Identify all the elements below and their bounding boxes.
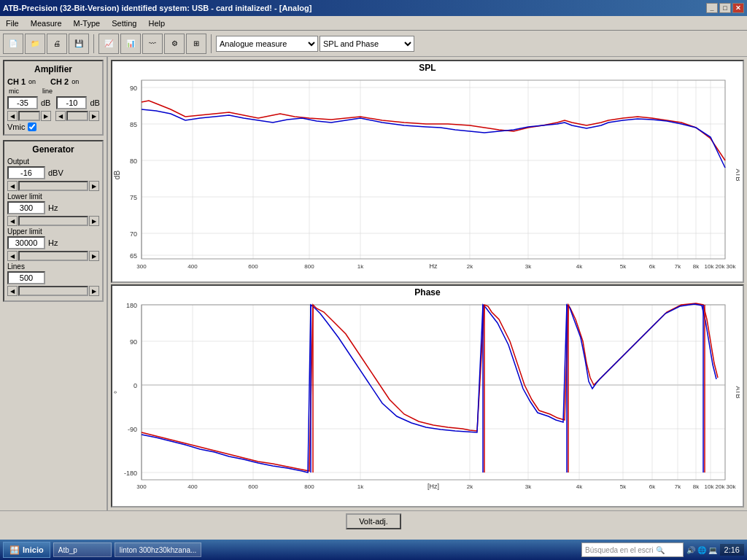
search-icon[interactable]: 🔍: [656, 546, 665, 554]
toolbar-btn-chart2[interactable]: 📊: [120, 34, 141, 54]
svg-text:800: 800: [304, 263, 314, 270]
ch-sub-row: mic line: [7, 88, 99, 95]
svg-text:7k: 7k: [675, 263, 681, 270]
menu-mtype[interactable]: M-Type: [71, 18, 104, 29]
output-unit: dBV: [48, 168, 63, 177]
lines-slider-track[interactable]: [18, 286, 88, 296]
lower-slider: ◀ ▶: [7, 216, 99, 226]
toolbar-btn-save[interactable]: 💾: [69, 34, 89, 54]
menu-help[interactable]: Help: [145, 18, 168, 29]
svg-text:70: 70: [130, 230, 137, 238]
ch2-slider-left[interactable]: ◀: [55, 111, 66, 121]
ch1-slider-right[interactable]: ▶: [41, 111, 51, 121]
svg-text:10k: 10k: [705, 263, 715, 270]
svg-text:7k: 7k: [675, 483, 681, 490]
ch1-db-input[interactable]: [7, 96, 38, 109]
ch2-slider-track[interactable]: [66, 111, 88, 121]
taskbar-item-atbp[interactable]: Atb_p: [53, 542, 112, 557]
output-row: dBV: [7, 166, 99, 179]
svg-text:-90: -90: [128, 426, 137, 433]
vmic-row: Vmic: [7, 122, 99, 131]
toolbar-btn-open[interactable]: 📁: [25, 34, 45, 54]
svg-text:90: 90: [130, 338, 137, 346]
ch2-label: CH 2: [50, 77, 69, 86]
menu-setting[interactable]: Setting: [109, 18, 139, 29]
upper-input[interactable]: [7, 236, 45, 249]
output-slider-right[interactable]: ▶: [89, 181, 99, 191]
svg-text:Hz: Hz: [430, 262, 438, 270]
main-layout: Amplifier CH 1 on CH 2 on mic line dB dB…: [0, 57, 747, 510]
svg-text:3k: 3k: [525, 263, 532, 270]
clock: 2:16: [720, 544, 744, 556]
lower-slider-left[interactable]: ◀: [7, 216, 18, 226]
output-slider-track[interactable]: [18, 181, 88, 191]
title-text: ATB-Precision (32-Bit-Version) identifie…: [3, 4, 311, 12]
start-button[interactable]: 🪟 Inicio: [3, 542, 50, 558]
toolbar-btn-print[interactable]: 🖨: [47, 34, 67, 54]
mode-dropdown[interactable]: SPL and Phase: [320, 36, 414, 52]
ch2-db-input[interactable]: [56, 96, 87, 109]
upper-slider-left[interactable]: ◀: [7, 251, 18, 261]
svg-text:4k: 4k: [576, 483, 583, 490]
lines-slider: ◀ ▶: [7, 286, 99, 296]
lower-slider-track[interactable]: [18, 216, 88, 226]
lower-input[interactable]: [7, 201, 45, 214]
svg-text:ATB: ATB: [735, 169, 740, 182]
ch2-slider-right[interactable]: ▶: [89, 111, 99, 121]
vmic-checkbox[interactable]: [28, 122, 36, 131]
lower-slider-right[interactable]: ▶: [89, 216, 99, 226]
menu-bar: File Measure M-Type Setting Help: [0, 16, 747, 31]
svg-text:1k: 1k: [357, 263, 364, 270]
chart-area: SPL 90 85 80 75 70 65 dB: [108, 57, 747, 510]
close-button[interactable]: ✕: [732, 3, 744, 13]
svg-text:300: 300: [136, 263, 147, 270]
toolbar-btn-chart1[interactable]: 📈: [98, 34, 119, 54]
toolbar-btn-grid[interactable]: ⊞: [186, 34, 206, 54]
svg-text:20k: 20k: [716, 263, 726, 270]
maximize-button[interactable]: □: [719, 3, 731, 13]
toolbar-btn-new[interactable]: 📄: [3, 34, 23, 54]
toolbar-btn-signal[interactable]: 〰: [142, 34, 163, 54]
taskbar-item-atbp-label: Atb_p: [58, 546, 77, 554]
start-icon: 🪟: [9, 545, 20, 555]
ch1-slider-track[interactable]: [18, 111, 40, 121]
lines-input[interactable]: [7, 271, 45, 284]
taskbar: 🪟 Inicio Atb_p linton 300hz30khzana... B…: [0, 540, 747, 560]
output-slider-left[interactable]: ◀: [7, 181, 18, 191]
upper-unit: Hz: [48, 238, 58, 247]
minimize-button[interactable]: _: [706, 3, 718, 13]
lines-slider-right[interactable]: ▶: [89, 286, 99, 296]
upper-label: Upper limit: [7, 228, 99, 236]
lines-slider-left[interactable]: ◀: [7, 286, 18, 296]
svg-text:8k: 8k: [693, 263, 700, 270]
volt-adj-button[interactable]: Volt-adj.: [346, 513, 401, 529]
svg-text:ATB: ATB: [735, 386, 740, 399]
svg-text:-180: -180: [124, 470, 137, 477]
lower-label: Lower limit: [7, 192, 99, 201]
taskbar-item-linton[interactable]: linton 300hz30khzana...: [115, 542, 202, 557]
svg-text:6k: 6k: [649, 263, 656, 270]
ch1-on: on: [28, 78, 36, 85]
svg-text:400: 400: [187, 483, 198, 490]
svg-rect-70: [142, 305, 725, 480]
measure-dropdown[interactable]: Analogue measure: [216, 36, 318, 52]
spl-svg: 90 85 80 75 70 65 dB: [112, 73, 740, 270]
svg-text:400: 400: [187, 263, 198, 270]
svg-text:80: 80: [130, 158, 137, 165]
output-input[interactable]: [7, 166, 45, 179]
svg-text:300: 300: [136, 483, 147, 490]
svg-text:180: 180: [126, 302, 137, 309]
upper-slider-track[interactable]: [18, 251, 88, 261]
ch1-slider-left[interactable]: ◀: [7, 111, 18, 121]
ch2-on: on: [71, 78, 79, 85]
lower-row: Hz: [7, 201, 99, 214]
svg-text:6k: 6k: [649, 483, 656, 490]
menu-file[interactable]: File: [3, 18, 22, 29]
search-box[interactable]: Búsqueda en el escri 🔍: [581, 542, 684, 557]
upper-slider-right[interactable]: ▶: [89, 251, 99, 261]
menu-measure[interactable]: Measure: [28, 18, 65, 29]
toolbar-sep-1: [93, 34, 94, 53]
toolbar-btn-settings[interactable]: ⚙: [164, 34, 185, 54]
toolbar-sep-2: [211, 34, 212, 53]
ch1-slider: ◀ ▶ ◀ ▶: [7, 111, 99, 121]
